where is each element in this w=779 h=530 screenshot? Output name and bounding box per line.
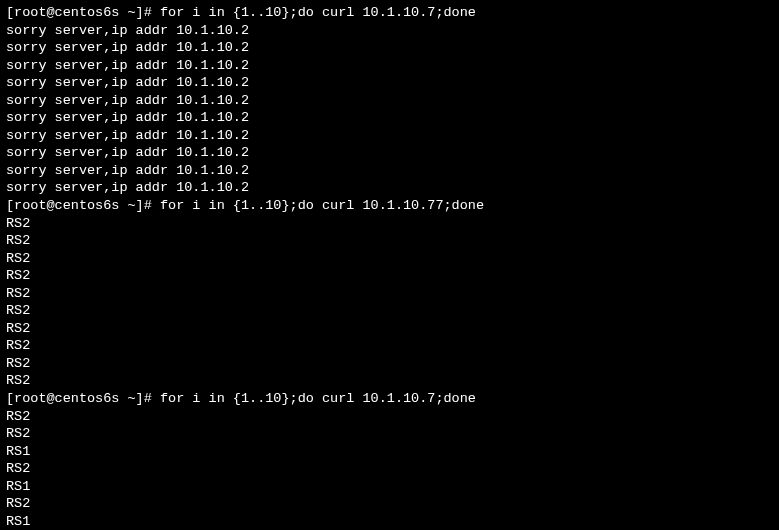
shell-prompt: [root@centos6s ~]# xyxy=(6,198,160,213)
output-line: RS2 xyxy=(6,495,773,513)
output-line: sorry server,ip addr 10.1.10.2 xyxy=(6,179,773,197)
command-text: for i in {1..10};do curl 10.1.10.7;done xyxy=(160,5,476,20)
output-line: RS1 xyxy=(6,478,773,496)
output-line: RS2 xyxy=(6,408,773,426)
output-line: RS2 xyxy=(6,425,773,443)
command-text: for i in {1..10};do curl 10.1.10.7;done xyxy=(160,391,476,406)
output-line: RS2 xyxy=(6,337,773,355)
output-line: RS2 xyxy=(6,372,773,390)
output-line: sorry server,ip addr 10.1.10.2 xyxy=(6,109,773,127)
output-line: RS2 xyxy=(6,302,773,320)
output-line: sorry server,ip addr 10.1.10.2 xyxy=(6,92,773,110)
output-line: RS2 xyxy=(6,232,773,250)
output-line: RS1 xyxy=(6,443,773,461)
output-line: RS2 xyxy=(6,460,773,478)
output-line: RS2 xyxy=(6,355,773,373)
command-line[interactable]: [root@centos6s ~]# for i in {1..10};do c… xyxy=(6,390,773,408)
output-line: RS2 xyxy=(6,285,773,303)
output-line: sorry server,ip addr 10.1.10.2 xyxy=(6,74,773,92)
output-line: sorry server,ip addr 10.1.10.2 xyxy=(6,22,773,40)
output-line: RS1 xyxy=(6,513,773,530)
output-line: sorry server,ip addr 10.1.10.2 xyxy=(6,57,773,75)
command-line[interactable]: [root@centos6s ~]# for i in {1..10};do c… xyxy=(6,197,773,215)
output-line: RS2 xyxy=(6,320,773,338)
terminal-window[interactable]: [root@centos6s ~]# for i in {1..10};do c… xyxy=(6,4,773,530)
output-line: RS2 xyxy=(6,250,773,268)
command-text: for i in {1..10};do curl 10.1.10.77;done xyxy=(160,198,484,213)
output-line: RS2 xyxy=(6,267,773,285)
command-line[interactable]: [root@centos6s ~]# for i in {1..10};do c… xyxy=(6,4,773,22)
output-line: sorry server,ip addr 10.1.10.2 xyxy=(6,39,773,57)
shell-prompt: [root@centos6s ~]# xyxy=(6,5,160,20)
output-line: sorry server,ip addr 10.1.10.2 xyxy=(6,127,773,145)
shell-prompt: [root@centos6s ~]# xyxy=(6,391,160,406)
output-line: RS2 xyxy=(6,215,773,233)
output-line: sorry server,ip addr 10.1.10.2 xyxy=(6,144,773,162)
output-line: sorry server,ip addr 10.1.10.2 xyxy=(6,162,773,180)
